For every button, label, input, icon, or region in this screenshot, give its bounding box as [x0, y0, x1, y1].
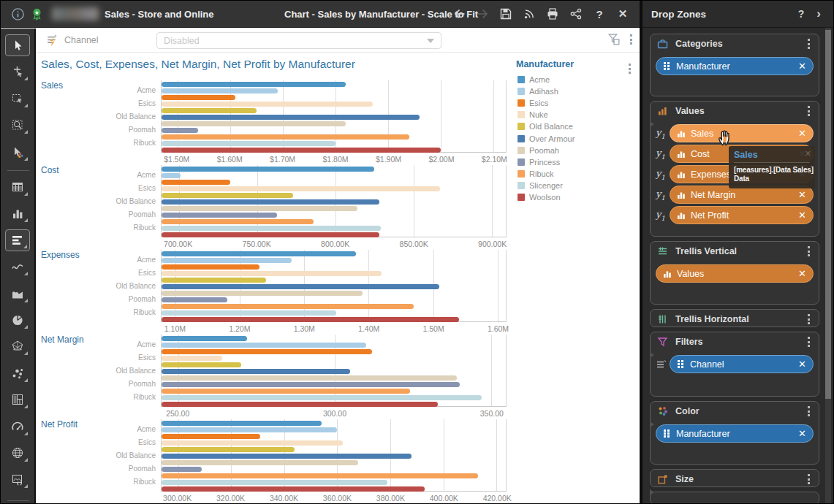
remove-field-icon[interactable]: ✕: [798, 210, 806, 221]
remove-field-icon[interactable]: ✕: [798, 359, 806, 370]
bar-princess[interactable]: [162, 297, 227, 302]
radar-chart-icon[interactable]: [5, 335, 30, 357]
field-pill-sales[interactable]: Sales✕: [670, 124, 814, 142]
gauge-icon[interactable]: [5, 416, 30, 438]
bar-over-armour[interactable]: [162, 454, 412, 459]
bar-poomah[interactable]: [162, 460, 358, 465]
bar-princess[interactable]: [162, 382, 460, 387]
marquee-select-icon[interactable]: [5, 88, 30, 110]
bar-old-balance[interactable]: [162, 193, 293, 198]
bar-ribuck[interactable]: [162, 219, 314, 224]
bar-old-balance[interactable]: [162, 108, 257, 113]
bar-princess[interactable]: [162, 213, 277, 218]
bar-woolson[interactable]: [162, 402, 438, 407]
bar-woolson[interactable]: [162, 232, 379, 237]
save-icon[interactable]: [496, 4, 515, 23]
bar-ribuck[interactable]: [162, 304, 414, 309]
collapse-panel-icon[interactable]: ›: [810, 7, 827, 21]
legend-item[interactable]: Over Armour: [518, 134, 575, 144]
legend-item[interactable]: Poomah: [518, 145, 559, 156]
back-icon[interactable]: [450, 4, 469, 23]
bar-poomah[interactable]: [162, 206, 357, 211]
bar-woolson[interactable]: [162, 486, 425, 492]
table-visual-icon[interactable]: [5, 176, 30, 198]
section-menu-icon[interactable]: [805, 471, 813, 487]
bar-acme[interactable]: [162, 251, 356, 256]
bar-acme[interactable]: [162, 336, 247, 341]
help-icon[interactable]: ?: [590, 4, 609, 23]
bar-esics[interactable]: [162, 95, 235, 100]
section-menu-icon[interactable]: [805, 334, 813, 350]
bar-chart-icon[interactable]: [5, 229, 30, 251]
remove-field-icon[interactable]: ✕: [798, 268, 806, 279]
scatter-chart-icon[interactable]: [5, 362, 30, 384]
field-pill-values[interactable]: Values✕: [656, 264, 814, 283]
section-menu-icon[interactable]: [805, 311, 813, 327]
share-icon[interactable]: [566, 4, 585, 23]
bar-poomah[interactable]: [162, 121, 346, 126]
bar-slicenger[interactable]: [162, 226, 381, 231]
area-chart-icon[interactable]: [5, 283, 30, 305]
line-chart-icon[interactable]: [5, 256, 30, 278]
legend-item[interactable]: Old Balance: [518, 121, 573, 131]
bar-adihash[interactable]: [162, 88, 278, 93]
section-menu-icon[interactable]: [805, 403, 813, 419]
bar-adihash[interactable]: [162, 343, 366, 348]
bar-slicenger[interactable]: [162, 141, 336, 146]
bar-poomah[interactable]: [162, 291, 363, 296]
scrollbar-thumb[interactable]: [825, 30, 831, 399]
remove-field-icon[interactable]: ✕: [798, 189, 806, 200]
bar-acme[interactable]: [162, 82, 346, 87]
filter-bar-menu-icon[interactable]: [627, 31, 635, 47]
legend-item[interactable]: Esics: [518, 98, 548, 108]
bar-slicenger[interactable]: [162, 310, 336, 316]
field-pill-channel[interactable]: Channel✕: [670, 355, 814, 373]
remove-field-icon[interactable]: ✕: [798, 428, 806, 439]
scrollbar-track[interactable]: [825, 28, 831, 504]
bar-esics[interactable]: [162, 264, 259, 270]
info-icon[interactable]: [11, 7, 25, 21]
legend-item[interactable]: Princess: [518, 157, 560, 167]
zoom-region-icon[interactable]: [5, 114, 30, 136]
bar-acme[interactable]: [162, 167, 374, 172]
bar-woolson[interactable]: [162, 317, 459, 322]
bar-over-armour[interactable]: [162, 115, 420, 120]
close-icon[interactable]: ✕: [613, 4, 632, 23]
drop-zone-trellis-horizontal[interactable]: Trellis Horizontal: [650, 309, 819, 327]
drop-zone-categories[interactable]: CategoriesManufacturer✕: [650, 34, 819, 96]
remove-field-icon[interactable]: ✕: [798, 61, 806, 72]
bar-esics[interactable]: [162, 434, 260, 439]
bar-princess[interactable]: [162, 128, 198, 133]
field-pill-net-profit[interactable]: Net Profit✕: [670, 206, 814, 224]
drop-zone-filters[interactable]: FiltersChannel✕: [650, 332, 819, 397]
bar-woolson[interactable]: [162, 148, 441, 153]
bar-over-armour[interactable]: [162, 284, 439, 289]
drop-zone-size[interactable]: Size: [650, 469, 819, 487]
field-pill-manufacturer[interactable]: Manufacturer✕: [656, 57, 814, 75]
bar-slicenger[interactable]: [162, 480, 387, 485]
bar-nuke[interactable]: [162, 102, 373, 107]
select-cursor-icon[interactable]: [5, 34, 30, 56]
bar-nuke[interactable]: [162, 440, 343, 446]
bar-nuke[interactable]: [162, 356, 222, 361]
legend-item[interactable]: Woolson: [518, 192, 561, 202]
field-pill-manufacturer[interactable]: Manufacturer✕: [656, 424, 814, 443]
bar-adihash[interactable]: [162, 258, 292, 263]
bar-adihash[interactable]: [162, 427, 337, 432]
bar-esics[interactable]: [162, 180, 230, 185]
section-menu-icon[interactable]: [805, 243, 813, 259]
map-icon[interactable]: [5, 442, 30, 464]
bar-acme[interactable]: [162, 421, 322, 426]
print-icon[interactable]: [543, 4, 562, 23]
section-menu-icon[interactable]: [805, 103, 813, 119]
section-menu-icon[interactable]: [805, 36, 813, 52]
legend-item[interactable]: Adihash: [518, 86, 558, 96]
drop-zone-empty[interactable]: [650, 492, 819, 504]
highlight-tool-icon[interactable]: [5, 141, 30, 163]
bar-over-armour[interactable]: [162, 369, 350, 374]
bar-adihash[interactable]: [162, 173, 181, 178]
bar-ribuck[interactable]: [162, 134, 409, 140]
tooltip-close-icon[interactable]: ✕: [805, 149, 811, 159]
bar-nuke[interactable]: [162, 186, 440, 191]
legend-item[interactable]: Acme: [518, 75, 550, 85]
